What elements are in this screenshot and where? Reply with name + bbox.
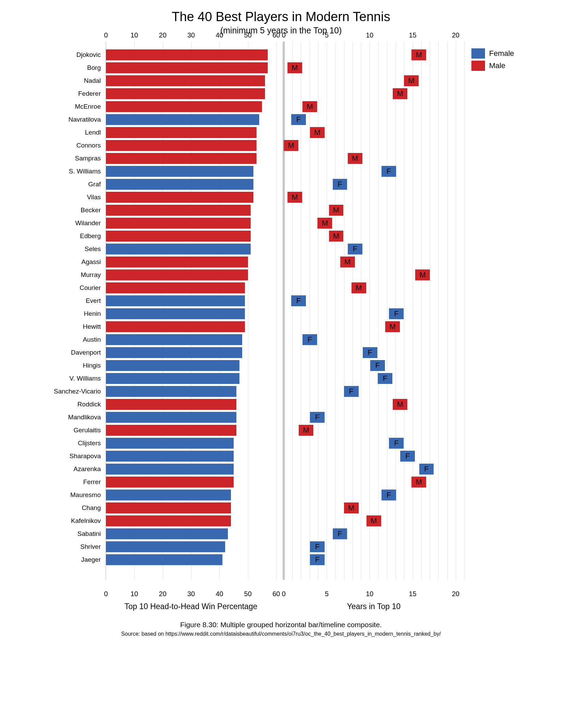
- h2h-panel: 0102030405060 0102030405060 Top 10 Head-…: [106, 42, 276, 580]
- h2h-bar: [106, 114, 259, 125]
- row-label: Sabatini: [10, 527, 106, 540]
- h2h-bar: [106, 347, 242, 358]
- tick-label: 0: [104, 590, 108, 598]
- h2h-bar: [106, 153, 256, 164]
- row-label: Azarenka: [10, 463, 106, 476]
- impact-badge: M: [393, 399, 407, 410]
- impact-axis-title: Years in Top 10: [284, 602, 464, 611]
- tick-label: 10: [366, 31, 373, 39]
- gridline: [276, 42, 277, 580]
- impact-badge: F: [370, 360, 385, 371]
- impact-badge: F: [348, 244, 362, 254]
- figure-caption: Figure 8.30: Multiple grouped horizontal…: [10, 621, 552, 629]
- impact-badge: F: [389, 308, 404, 319]
- tick-label: 40: [216, 590, 223, 598]
- h2h-axis-title: Top 10 Head-to-Head Win Percentage: [106, 602, 276, 611]
- impact-badge: M: [310, 127, 325, 138]
- row-label: Evert: [10, 294, 106, 307]
- row-label: Mauresmo: [10, 489, 106, 501]
- legend-swatch-male: [471, 61, 485, 71]
- row-label: Murray: [10, 268, 106, 281]
- h2h-bar: [106, 166, 253, 177]
- figure-source: Source: based on https://www.reddit.com/…: [10, 631, 552, 637]
- impact-badge: M: [352, 282, 366, 293]
- row-label: Vilas: [10, 191, 106, 204]
- tick-label: 5: [325, 31, 329, 39]
- legend-label-male: Male: [489, 61, 505, 70]
- impact-badge: F: [310, 554, 325, 565]
- impact-badge: M: [287, 192, 302, 203]
- chart-area: DjokovicBorgNadalFedererMcEnroeNavratilo…: [10, 42, 552, 580]
- impact-badge: M: [287, 62, 302, 73]
- tick-label: 0: [282, 31, 285, 39]
- h2h-bar: [106, 49, 268, 60]
- row-label: Lendl: [10, 126, 106, 139]
- legend-label-female: Female: [489, 49, 514, 58]
- tick-label: 20: [159, 31, 167, 39]
- impact-ticks-bottom: 05101520: [284, 590, 464, 599]
- h2h-bar: [106, 140, 256, 151]
- tick-label: 60: [272, 31, 280, 39]
- row-label: Graf: [10, 178, 106, 191]
- h2h-bar: [106, 515, 231, 526]
- row-label: Navratilova: [10, 113, 106, 126]
- h2h-bar: [106, 282, 245, 293]
- tick-label: 10: [130, 590, 138, 598]
- figure-source-link: https://www.reddit.com/r/dataisbeautiful…: [166, 631, 441, 637]
- h2h-bar: [106, 88, 265, 99]
- chart-title: The 40 Best Players in Modern Tennis: [10, 10, 552, 24]
- impact-badge: F: [381, 490, 396, 500]
- impact-badge: F: [381, 166, 396, 177]
- row-label: Edberg: [10, 230, 106, 243]
- tick-label: 40: [216, 31, 223, 39]
- row-label: Sharapova: [10, 450, 106, 463]
- row-label: Connors: [10, 139, 106, 152]
- tick-label: 0: [282, 590, 285, 598]
- row-label: Roddick: [10, 398, 106, 411]
- tick-label: 10: [130, 31, 138, 39]
- tick-label: 20: [452, 590, 459, 598]
- h2h-bar: [106, 554, 222, 565]
- h2h-bar: [106, 321, 245, 332]
- row-label: S. Williams: [10, 165, 106, 178]
- h2h-bar: [106, 464, 234, 475]
- legend-item-male: Male: [471, 61, 514, 71]
- impact-badge: M: [329, 231, 344, 242]
- row-label: V. Williams: [10, 372, 106, 385]
- impact-badge: M: [348, 153, 362, 164]
- h2h-bar: [106, 399, 236, 410]
- tick-label: 15: [409, 590, 416, 598]
- impact-badge: M: [344, 502, 359, 513]
- row-label: McEnroe: [10, 100, 106, 113]
- impact-badge: F: [333, 528, 347, 539]
- row-label: Gerulaitis: [10, 424, 106, 437]
- impact-badge: F: [310, 541, 325, 552]
- tick-label: 5: [325, 590, 329, 598]
- h2h-bar: [106, 179, 253, 190]
- row-label: Ferrer: [10, 476, 106, 489]
- h2h-bar: [106, 218, 251, 229]
- impact-badge: F: [389, 438, 404, 449]
- legend-swatch-female: [471, 48, 485, 59]
- row-label: Nadal: [10, 74, 106, 87]
- impact-badge: M: [329, 205, 344, 216]
- row-label: Sanchez-Vicario: [10, 385, 106, 398]
- h2h-bar: [106, 205, 251, 216]
- impact-badge: M: [366, 515, 381, 526]
- h2h-bar: [106, 541, 225, 552]
- impact-badge: M: [317, 218, 332, 229]
- figure-source-prefix: Source: based on: [121, 631, 166, 637]
- h2h-bar: [106, 244, 251, 254]
- h2h-bar: [106, 295, 245, 306]
- tick-label: 15: [409, 31, 416, 39]
- row-label: Davenport: [10, 346, 106, 359]
- tick-label: 20: [159, 590, 167, 598]
- row-labels-column: DjokovicBorgNadalFedererMcEnroeNavratilo…: [10, 42, 106, 566]
- legend-item-female: Female: [471, 48, 514, 59]
- impact-badge: M: [284, 140, 298, 151]
- h2h-bar: [106, 412, 236, 423]
- row-label: Federer: [10, 87, 106, 100]
- h2h-bar: [106, 438, 234, 449]
- chart-subtitle: (minimum 5 years in the Top 10): [10, 26, 552, 35]
- row-label: Mandlikova: [10, 411, 106, 424]
